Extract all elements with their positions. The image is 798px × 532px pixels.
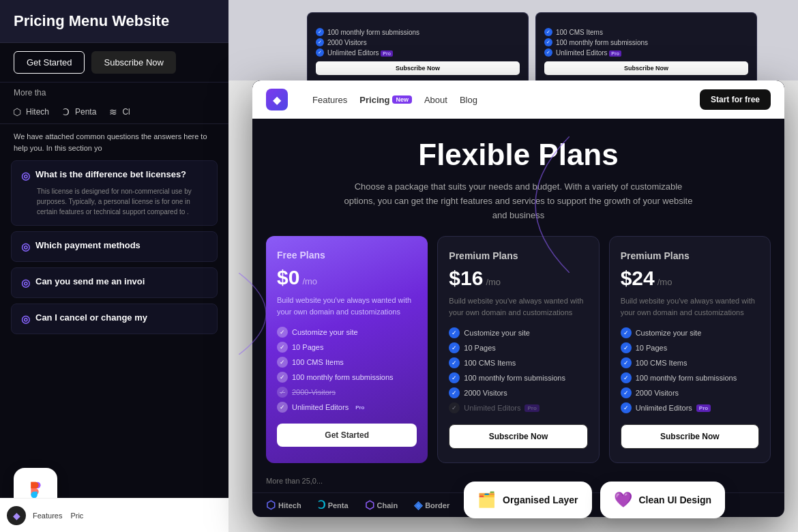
plan-premium2-price: $24 /mo: [621, 267, 759, 290]
faq-section: We have attached common questions the an…: [0, 124, 228, 346]
nav-pricing-label: Pricing: [359, 95, 389, 105]
p1-feature-2: ✓ 10 Pages: [449, 342, 587, 353]
plan-premium1-desc: Build website you've always wanted with …: [449, 295, 587, 318]
logo-strip-left: ⬡ Hitech Ɔ Penta ≋ Cl: [0, 100, 228, 124]
check-icon: ✓: [621, 357, 632, 368]
p1-feature-3: ✓ 100 CMS Items: [449, 357, 587, 368]
mini-feature-text-3: Unlimited Editors Pro: [327, 49, 393, 57]
nav-cta-button[interactable]: Start for free: [700, 89, 771, 110]
mini-feature-text-4: 100 CMS Items: [556, 29, 603, 36]
premium1-plan-button[interactable]: Subscribe Now: [449, 424, 587, 449]
check-icon: ✓: [316, 48, 324, 57]
plan-premium2-period: /mo: [657, 277, 673, 287]
p1-feature-6: ✓ Unlimited Editors Pro: [449, 402, 587, 413]
faq-icon-3: ◎: [21, 277, 30, 289]
mini-nav-pricing[interactable]: Pric: [70, 512, 83, 520]
logo-penta: Ɔ Penta: [60, 106, 96, 118]
free-feature-6: ✓ Unlimited Editors Pro: [277, 402, 417, 413]
check-icon: ✓: [449, 357, 460, 368]
p2-feature-text-1: Customize your site: [636, 329, 702, 337]
clean-ui-text: Clean UI Design: [639, 494, 712, 505]
mini-feature-2: ✓ 2000 Visitors: [316, 38, 520, 46]
plan-free-features: ✓ Customize your site ✓ 10 Pages ✓ 100 C…: [277, 327, 417, 413]
plan-premium2-name: Premium Plans: [621, 250, 759, 261]
p1-feature-text-5: 2000 Visitors: [464, 389, 507, 397]
p1-feature-5: ✓ 2000 Visitors: [449, 387, 587, 398]
premium2-plan-button[interactable]: Subscribe Now: [621, 424, 759, 449]
new-badge: New: [392, 95, 412, 104]
hitech-text: Hitech: [278, 501, 301, 509]
clean-ui-card: 💜 Clean UI Design: [600, 482, 726, 518]
free-feature-text-5: 2000-Visitors: [292, 388, 336, 396]
get-started-button-left[interactable]: Get Started: [14, 51, 85, 74]
faq-icon-4: ◎: [21, 313, 30, 325]
top-mini-card-1: ✓ 100 monthly form submissions ✓ 2000 Vi…: [307, 12, 529, 80]
hitech-label: Hitech: [26, 107, 49, 117]
p2-feature-text-5: 2000 Visitors: [636, 389, 679, 397]
check-icon: ✓: [316, 38, 324, 46]
pro-badge: Pro: [696, 404, 711, 412]
faq-answer-1: This license is designed for non-commerc…: [21, 186, 207, 217]
check-icon: ✓: [277, 327, 288, 338]
mini-nav-links: Features Pric: [33, 512, 83, 520]
nav-pricing[interactable]: Pricing New: [359, 95, 412, 105]
subscribe-now-button-left[interactable]: Subscribe Now: [91, 51, 175, 74]
faq-item-1[interactable]: ◎ What is the difference bet licenses? T…: [11, 160, 218, 226]
p2-feature-2: ✓ 10 Pages: [621, 342, 759, 353]
plan-premium2-desc: Build website you've always wanted with …: [621, 295, 759, 318]
plan-premium2-features: ✓ Customize your site ✓ 10 Pages ✓ 100 C…: [621, 327, 759, 413]
mini-feature-4: ✓ 100 CMS Items: [544, 28, 748, 36]
p1-feature-4: ✓ 100 monthly form submissions: [449, 372, 587, 383]
mini-feature-text-1: 100 monthly form submissions: [327, 29, 419, 36]
free-feature-2: ✓ 10 Pages: [277, 342, 417, 353]
check-icon: ✓: [544, 48, 552, 57]
check-icon: ✓: [621, 402, 632, 413]
faq-question-text-4: Can I cancel or change my: [35, 312, 147, 323]
chain-text: Chain: [377, 501, 398, 509]
mini-nav-features[interactable]: Features: [33, 512, 62, 520]
nav-about[interactable]: About: [424, 95, 447, 105]
bottom-logo-hitech: ⬡ Hitech: [266, 499, 301, 512]
plan-free-amount: $0: [277, 266, 299, 289]
faq-question-2: ◎ Which payment methods: [21, 240, 207, 253]
pricing-nav: ◆ Features Pricing New About Blog Start …: [252, 80, 784, 119]
title-bar: Pricing Menu Website: [0, 0, 228, 43]
bottom-logo-chain: ⬡ Chain: [365, 499, 398, 512]
check-icon: ✓: [449, 342, 460, 353]
pricing-panel: ◆ Features Pricing New About Blog Start …: [252, 80, 784, 517]
top-mini-btn-1[interactable]: Subscribe Now: [316, 61, 520, 75]
free-feature-text-4: 100 monthly form submissions: [292, 373, 394, 381]
free-feature-4: ✓ 100 monthly form submissions: [277, 372, 417, 383]
hero-title: Flexible Plans: [280, 138, 757, 172]
p2-feature-4: ✓ 100 monthly form submissions: [621, 372, 759, 383]
border-text: Border: [425, 501, 449, 509]
faq-item-4[interactable]: ◎ Can I cancel or change my: [11, 304, 218, 334]
organised-layer-card: 🗂️ Organised Layer: [464, 482, 592, 518]
penta-text: Penta: [328, 501, 349, 509]
top-mini-btn-2[interactable]: Subscribe Now: [544, 61, 748, 75]
faq-question-text-1: What is the difference bet licenses?: [35, 169, 186, 179]
check-icon: ✓: [449, 372, 460, 383]
p1-feature-text-2: 10 Pages: [464, 344, 495, 352]
p2-feature-6: ✓ Unlimited Editors Pro: [621, 402, 759, 413]
check-icon: ✓: [449, 402, 460, 413]
free-plan-button[interactable]: Get Started: [277, 424, 417, 447]
faq-item-2[interactable]: ◎ Which payment methods: [11, 231, 218, 262]
left-panel: Pricing Menu Website Get Started Subscri…: [0, 0, 228, 532]
top-cards-strip: ✓ 100 monthly form submissions ✓ 2000 Vi…: [293, 0, 771, 80]
penta-label: Penta: [75, 107, 96, 117]
faq-header: We have attached common questions the an…: [11, 131, 218, 153]
check-icon: ✓: [621, 342, 632, 353]
check-icon: ✓: [277, 357, 288, 368]
mini-feature-3: ✓ Unlimited Editors Pro: [316, 48, 520, 57]
nav-features[interactable]: Features: [312, 95, 347, 105]
faq-icon-1: ◎: [21, 170, 30, 182]
plan-free-period: /mo: [302, 276, 317, 286]
check-icon: ✓: [316, 28, 324, 36]
nav-blog[interactable]: Blog: [460, 95, 477, 105]
pro-badge: Pro: [353, 404, 367, 411]
faq-question-1: ◎ What is the difference bet licenses?: [21, 169, 207, 182]
overlay-cards: 🗂️ Organised Layer 💜 Clean UI Design: [464, 482, 725, 518]
faq-item-3[interactable]: ◎ Can you send me an invoi: [11, 267, 218, 298]
plan-free-desc: Build website you've always wanted with …: [277, 295, 417, 317]
